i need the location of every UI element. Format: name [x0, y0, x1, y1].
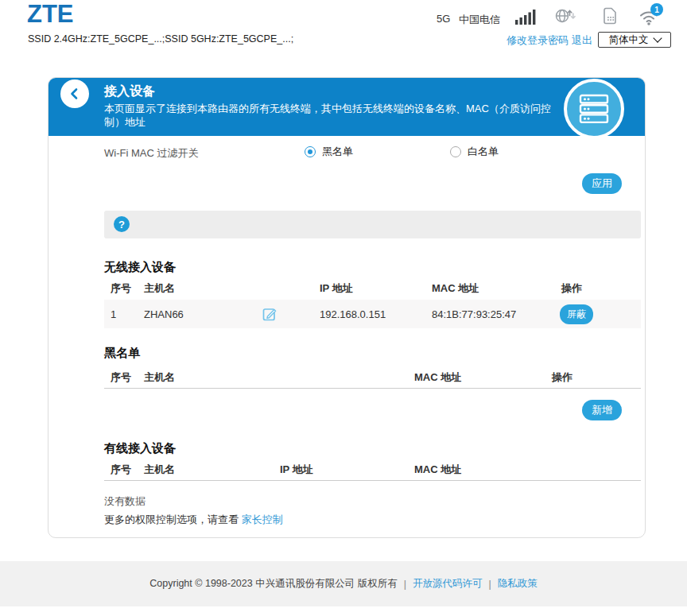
back-button[interactable]	[60, 79, 89, 108]
edit-icon[interactable]	[262, 306, 278, 322]
internet-globe-icon	[554, 6, 576, 29]
language-select[interactable]: 简体中文	[598, 32, 671, 48]
blacklist-header-action: 操作	[552, 372, 572, 382]
add-button[interactable]: 新增	[582, 400, 622, 420]
blacklist-radio-label: 黑名单	[322, 145, 353, 159]
page-title: 接入设备	[104, 84, 155, 99]
access-devices-panel: 接入设备 本页面显示了连接到本路由器的所有无线终端，其中包括无线终端的设备名称、…	[48, 77, 646, 538]
blacklist-header-hostname: 主机名	[144, 372, 175, 382]
network-type-label: 5G	[437, 13, 450, 25]
signal-strength-icon	[515, 9, 538, 28]
wireless-header-action: 操作	[561, 283, 582, 293]
copyright-text: Copyright © 1998-2023 中兴通讯股份有限公司 版权所有	[149, 577, 397, 591]
change-password-link[interactable]: 修改登录密码	[507, 33, 569, 48]
page-description: 本页面显示了连接到本路由器的所有无线终端，其中包括无线终端的设备名称、MAC（介…	[104, 102, 561, 129]
wired-header-index: 序号	[111, 464, 131, 475]
sim-card-icon	[602, 6, 618, 29]
more-options-text: 更多的权限控制选项，请查看	[104, 513, 239, 525]
wifi-notification-badge: 1	[650, 3, 663, 16]
row-ip: 192.168.0.151	[320, 309, 386, 320]
no-data-text: 没有数据	[104, 494, 146, 509]
parental-control-row: 更多的权限控制选项，请查看 家长控制	[104, 513, 283, 527]
footer-separator: |	[404, 579, 406, 590]
wireless-header-ip: IP 地址	[320, 283, 353, 293]
apply-button[interactable]: 应用	[582, 173, 622, 194]
help-bar: ?	[104, 211, 641, 238]
blacklist-divider	[104, 388, 641, 389]
page-banner: 接入设备 本页面显示了连接到本路由器的所有无线终端，其中包括无线终端的设备名称、…	[49, 78, 645, 136]
device-list-icon	[564, 79, 624, 139]
wired-header-hostname: 主机名	[144, 464, 175, 475]
blacklist-header-index: 序号	[111, 372, 131, 382]
wired-header-ip: IP 地址	[280, 464, 313, 475]
zte-logo: ZTE	[27, 1, 74, 28]
wired-divider	[104, 480, 641, 481]
wireless-devices-title: 无线接入设备	[104, 261, 176, 273]
footer: Copyright © 1998-2023 中兴通讯股份有限公司 版权所有 | …	[0, 561, 687, 606]
wired-header-mac: MAC 地址	[414, 464, 461, 475]
whitelist-radio-option[interactable]: 白名单	[450, 145, 499, 159]
block-button[interactable]: 屏蔽	[560, 304, 593, 324]
language-select-value: 简体中文	[609, 33, 649, 47]
wireless-header-mac: MAC 地址	[432, 283, 479, 293]
blacklist-radio-option[interactable]: 黑名单	[305, 145, 353, 159]
open-source-license-link[interactable]: 开放源代码许可	[413, 577, 483, 591]
carrier-label: 中国电信	[459, 13, 500, 27]
blacklist-title: 黑名单	[104, 347, 140, 358]
whitelist-radio-label: 白名单	[468, 145, 499, 159]
ssid-info: SSID 2.4GHz:ZTE_5GCPE_...;SSID 5GHz:ZTE_…	[28, 33, 293, 45]
privacy-policy-link[interactable]: 隐私政策	[498, 577, 538, 591]
wireless-header-index: 序号	[111, 283, 131, 293]
table-row: 1 ZHAN66 192.168.0.151 84:1B:77:93:25:47…	[104, 300, 641, 328]
wired-devices-title: 有线接入设备	[104, 442, 176, 454]
row-mac: 84:1B:77:93:25:47	[432, 309, 516, 320]
logout-link[interactable]: 退出	[572, 33, 592, 48]
chevron-down-icon	[653, 33, 662, 42]
radio-unselected-icon[interactable]	[450, 146, 461, 157]
row-index: 1	[111, 309, 116, 320]
radio-selected-icon[interactable]	[305, 146, 316, 157]
parental-control-link[interactable]: 家长控制	[242, 513, 283, 525]
wireless-header-hostname: 主机名	[144, 283, 175, 293]
wifi-mac-filter-label: Wi-Fi MAC 过滤开关	[104, 146, 198, 161]
help-icon[interactable]: ?	[114, 216, 130, 232]
footer-separator: |	[488, 579, 491, 590]
blacklist-header-mac: MAC 地址	[414, 372, 461, 382]
back-chevron-icon	[68, 87, 82, 101]
row-hostname: ZHAN66	[144, 309, 184, 320]
